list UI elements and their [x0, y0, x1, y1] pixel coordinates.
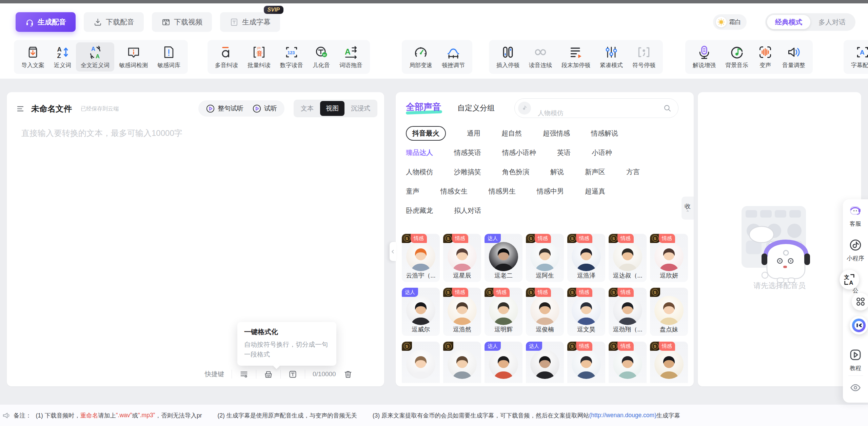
voice-card-hidden-14[interactable]: S: [402, 342, 440, 383]
tool-sensitive-detect[interactable]: 敏感词检测: [114, 42, 153, 72]
topbar-button-generate-voice[interactable]: 生成配音: [16, 12, 76, 32]
voice-card-逗欣妍[interactable]: S情感逗欣妍: [650, 234, 688, 282]
voice-card-hidden-17[interactable]: 达人: [526, 342, 564, 383]
theme-toggle[interactable]: 霜白: [713, 14, 747, 30]
listen-button[interactable]: 试听: [252, 104, 277, 113]
view-tab-0[interactable]: 文本: [295, 101, 319, 116]
voice-card-hidden-20[interactable]: S情感: [650, 342, 688, 383]
voice-card-逗浩泽[interactable]: S情感逗浩泽: [567, 234, 605, 282]
tool-continuous[interactable]: 读音连续: [524, 42, 557, 72]
voice-card-逗阿生[interactable]: S情感逗阿生: [526, 234, 564, 282]
topbar-button-download-video[interactable]: 下载视频: [152, 12, 212, 32]
tool-symbol-pause[interactable]: 符号停顿: [628, 42, 660, 72]
category-抖音最火[interactable]: 抖音最火: [406, 126, 446, 141]
tab-custom-groups[interactable]: 自定义分组: [457, 103, 495, 113]
topbar-button-generate-subtitle[interactable]: 生成字幕SVIP: [220, 12, 280, 32]
view-tab-1[interactable]: 视图: [320, 101, 344, 116]
tool-para-pause[interactable]: 段末加停顿: [557, 42, 595, 72]
voice-card-逗威尔[interactable]: 达人逗威尔: [402, 288, 440, 336]
category-情感解说[interactable]: 情感解说: [591, 129, 618, 138]
category-通用[interactable]: 通用: [467, 129, 480, 138]
topbar-button-download-audio[interactable]: 下载配音: [84, 12, 144, 32]
voices-collapse-handle[interactable]: [390, 242, 396, 261]
collapse-categories-button[interactable]: 收 ⌃: [682, 197, 694, 220]
voice-card-hidden-19[interactable]: S情感: [609, 342, 647, 383]
trash-button[interactable]: [343, 370, 353, 379]
tool-erhua[interactable]: er儿化音: [308, 42, 335, 72]
tool-batch-correct[interactable]: 音yin批量纠读: [243, 42, 275, 72]
voice-change-icon: [758, 45, 773, 60]
app-grid-floating-button[interactable]: [852, 293, 868, 310]
document-title[interactable]: 未命名文件: [31, 103, 72, 114]
category-情感男生[interactable]: 情感男生: [489, 187, 516, 196]
listen-sentence-button[interactable]: 整句试听: [206, 104, 243, 113]
tool-word-drag[interactable]: A词语拖音: [335, 42, 367, 72]
voice-card-逗星辰[interactable]: S情感逗星辰: [443, 234, 481, 282]
tool-volume[interactable]: 音量调整: [777, 42, 810, 72]
category-角色扮演[interactable]: 角色扮演: [502, 167, 529, 177]
ai-assistant-floating-button[interactable]: [850, 316, 868, 334]
category-情感小语种[interactable]: 情感小语种: [502, 148, 536, 157]
category-拟人对话[interactable]: 拟人对话: [454, 206, 481, 215]
view-tab-2[interactable]: 沉浸式: [345, 101, 376, 116]
voice-card-逗文昊[interactable]: S情感逗文昊: [567, 288, 605, 336]
shortcut-button[interactable]: 快捷键: [205, 370, 224, 379]
mode-tab-0[interactable]: 经典模式: [767, 15, 810, 29]
tool-digit[interactable]: 123数字读音: [275, 42, 308, 72]
tool-compact[interactable]: 紧凑模式: [595, 42, 628, 72]
sidebar-item-小程序[interactable]: 小程序: [843, 238, 868, 262]
category-情感中男[interactable]: 情感中男: [537, 187, 564, 196]
voice-card-逗俊楠[interactable]: S情感逗俊楠: [526, 288, 564, 336]
tool-subtitle[interactable]: A字幕配音: [846, 42, 868, 72]
category-超逼真[interactable]: 超逼真: [585, 187, 605, 196]
category-情感英语[interactable]: 情感英语: [454, 148, 481, 157]
category-臻品达人[interactable]: 臻品达人: [406, 148, 433, 157]
tool-cadence[interactable]: 顿挫调节: [437, 42, 470, 72]
category-童声[interactable]: 童声: [406, 187, 419, 196]
voice-card-逗明辉[interactable]: S情感逗明辉: [485, 288, 522, 336]
mode-tab-1[interactable]: 多人对话: [810, 15, 854, 29]
eye-toggle[interactable]: [843, 382, 868, 394]
voice-card-逗老二[interactable]: 达人逗老二: [485, 234, 522, 282]
tool-bgm[interactable]: 背景音乐: [721, 42, 753, 72]
category-沙雕搞笑[interactable]: 沙雕搞笑: [454, 167, 481, 177]
tool-speed[interactable]: 局部变速: [405, 42, 437, 72]
tool-voice-change[interactable]: 变声: [753, 42, 777, 72]
tool-polyphonic[interactable]: 多音纠读: [210, 42, 243, 72]
category-方言[interactable]: 方言: [626, 167, 640, 177]
tool-narrate[interactable]: 解说增强: [688, 42, 721, 72]
voice-card-逗浩然[interactable]: S情感逗浩然: [443, 288, 481, 336]
voice-card-逗达叔（...[interactable]: S情感逗达叔（...: [609, 234, 647, 282]
tool-sensitive-lib[interactable]: 敏感词库: [153, 42, 185, 72]
sidebar-item-教程[interactable]: 教程: [843, 348, 868, 372]
category-人物模仿[interactable]: 人物模仿: [406, 167, 433, 177]
tab-all-voices[interactable]: 全部声音: [406, 101, 441, 113]
text-style-button[interactable]: [288, 370, 297, 379]
clean-button[interactable]: [264, 370, 273, 379]
search-icon[interactable]: [663, 104, 672, 113]
tool-fulltext-synonym[interactable]: AA全文近义词: [76, 42, 114, 72]
voice-card-hidden-15[interactable]: S: [443, 342, 481, 383]
tool-synonym[interactable]: AZ近义词: [49, 42, 76, 72]
tool-insert-pause[interactable]: 插入停顿: [492, 42, 524, 72]
format-button[interactable]: [239, 370, 249, 379]
menu-icon[interactable]: [16, 104, 25, 114]
voice-card-逗劲翔（...[interactable]: S情感逗劲翔（...: [609, 288, 647, 336]
category-超强情感[interactable]: 超强情感: [543, 129, 570, 138]
voice-search-input[interactable]: 人物模仿 人物模仿: [514, 98, 678, 118]
tool-import-doc[interactable]: 导入文案: [17, 42, 49, 72]
category-新声区[interactable]: 新声区: [585, 167, 605, 177]
category-情感女生[interactable]: 情感女生: [440, 187, 468, 196]
note-segment[interactable]: (http://wenan.douge.com): [589, 412, 656, 419]
category-超自然[interactable]: 超自然: [501, 129, 522, 138]
sidebar-item-客服[interactable]: 客服: [843, 203, 868, 228]
voice-card-盘点妹[interactable]: S盘点妹: [650, 288, 688, 336]
voice-card-云浩宇（...[interactable]: S情感云浩宇（...: [402, 234, 440, 282]
category-小语种[interactable]: 小语种: [592, 148, 612, 157]
translate-floating-button[interactable]: 文A: [840, 270, 859, 289]
voice-card-hidden-16[interactable]: 达人: [485, 342, 522, 383]
category-卧虎藏龙[interactable]: 卧虎藏龙: [406, 206, 433, 215]
category-解说[interactable]: 解说: [550, 167, 564, 177]
category-英语[interactable]: 英语: [557, 148, 571, 157]
voice-card-hidden-18[interactable]: S情感: [567, 342, 605, 383]
